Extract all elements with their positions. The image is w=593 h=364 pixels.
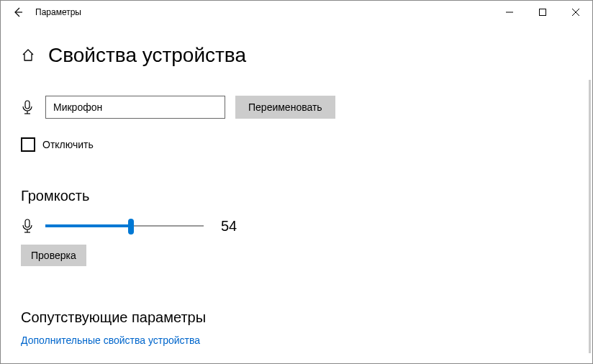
volume-value: 54 (221, 218, 237, 235)
volume-section-title: Громкость (21, 188, 572, 204)
minimize-icon (506, 9, 513, 16)
content-area: Свойства устройства Переименовать Отключ… (1, 24, 592, 347)
maximize-icon (539, 9, 546, 16)
back-button[interactable] (6, 1, 30, 24)
volume-slider[interactable] (45, 217, 204, 235)
microphone-volume-icon (21, 219, 35, 233)
disable-label: Отключить (42, 139, 94, 150)
slider-thumb[interactable] (128, 219, 134, 235)
svg-rect-2 (540, 9, 546, 16)
microphone-icon (21, 100, 35, 114)
svg-rect-8 (25, 219, 30, 227)
settings-window: Параметры Свойства устройства Пер (0, 0, 593, 364)
maximize-button[interactable] (526, 1, 559, 24)
rename-button[interactable]: Переименовать (235, 96, 335, 119)
window-controls (493, 1, 592, 24)
related-section-title: Сопутствующие параметры (21, 309, 572, 326)
test-button[interactable]: Проверка (21, 245, 86, 266)
disable-row: Отключить (21, 137, 572, 152)
volume-row: 54 (21, 217, 572, 235)
close-icon (572, 9, 579, 16)
disable-checkbox[interactable] (21, 137, 35, 152)
svg-rect-5 (25, 101, 30, 109)
close-button[interactable] (559, 1, 592, 24)
window-title: Параметры (35, 7, 81, 17)
slider-fill (45, 224, 131, 227)
home-icon (21, 48, 35, 63)
additional-properties-link[interactable]: Дополнительные свойства устройства (21, 335, 200, 346)
home-button[interactable] (21, 48, 35, 63)
minimize-button[interactable] (493, 1, 526, 24)
page-header: Свойства устройства (21, 44, 572, 67)
titlebar: Параметры (1, 1, 592, 24)
back-arrow-icon (12, 6, 24, 18)
device-name-row: Переименовать (21, 96, 572, 119)
page-title: Свойства устройства (48, 44, 246, 67)
device-name-input[interactable] (45, 96, 225, 119)
vertical-scrollbar[interactable] (589, 80, 591, 353)
